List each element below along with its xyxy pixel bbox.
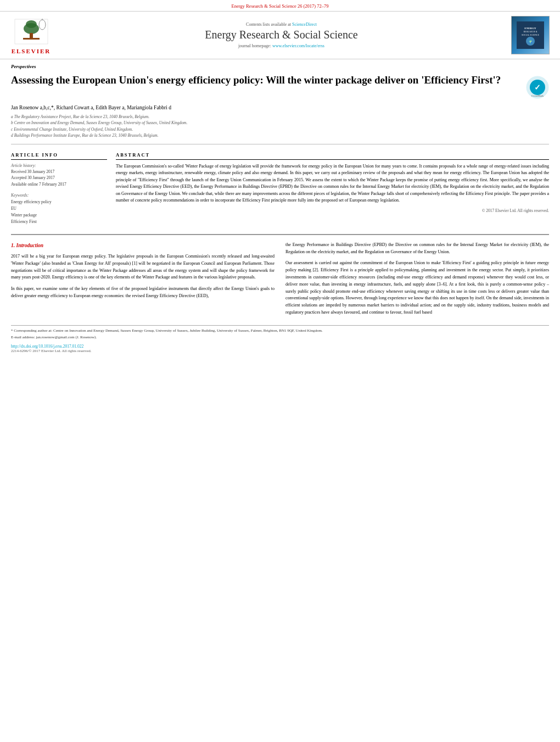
article-divider (11, 144, 549, 144)
affiliation-4: d Buildings Performance Institute Europe… (11, 132, 549, 138)
affiliation-1: a The Regulatory Assistance Project, Rue… (11, 114, 549, 120)
abstract-header: ABSTRACT (116, 152, 549, 160)
authors-text: Jan Rosenow a,b,c,*, Richard Cowart a, E… (11, 105, 171, 110)
footnote-1: * Corresponding author at: Centre on Inn… (11, 328, 549, 334)
affiliation-2: b Centre on Innovation and Energy Demand… (11, 120, 549, 126)
journal-center: Contents lists available at ScienceDirec… (60, 22, 503, 48)
abstract-copyright: © 2017 Elsevier Ltd. All rights reserved… (116, 208, 549, 213)
body-right-para-2: Our assessment is carried out against th… (285, 260, 549, 316)
article-info-col: ARTICLE INFO Article history: Received 3… (11, 152, 107, 225)
affiliation-3: c Environmental Change Institute, Univer… (11, 126, 549, 132)
keywords-section: Keywords: Energy efficiency policy EU Wi… (11, 193, 107, 225)
body-left-col: 1. Introduction 2017 will be a big year … (11, 242, 275, 321)
section1-heading: 1. Introduction (11, 242, 275, 250)
keyword-3: Winter package (11, 212, 107, 219)
homepage-link[interactable]: www.elsevier.com/locate/erss (272, 43, 324, 48)
journal-header: ELSEVIER Contents lists available at Sci… (0, 11, 560, 59)
contents-line: Contents lists available at ScienceDirec… (60, 22, 503, 27)
keywords-label: Keywords: (11, 193, 107, 198)
abstract-col: ABSTRACT The European Commission's so-ca… (116, 152, 549, 225)
elsevier-tree-icon (12, 16, 51, 47)
authors-line: Jan Rosenow a,b,c,*, Richard Cowart a, E… (0, 102, 560, 111)
history-label: Article history: (11, 163, 107, 168)
body-two-col: 1. Introduction 2017 will be a big year … (0, 237, 560, 325)
article-title-block: Assessing the European Union's energy ef… (0, 71, 560, 102)
journal-logo-box: ENERGY RESEARCH & SOCIAL SCIENCE 🌍 (511, 16, 550, 54)
doi-link[interactable]: http://dx.doi.org/10.1016/j.erss.2017.01… (11, 344, 549, 349)
body-left-para-1: 2017 will be a big year for European ene… (11, 253, 275, 281)
svg-text:🌍: 🌍 (529, 40, 533, 44)
svg-rect-4 (23, 38, 40, 40)
crossmark-icon: ✓ CrossMark (526, 76, 549, 99)
svg-text:CrossMark: CrossMark (531, 94, 544, 97)
keyword-4: Efficiency First (11, 219, 107, 225)
keyword-2: EU (11, 205, 107, 212)
keyword-1: Energy efficiency policy (11, 199, 107, 205)
two-col-info-abstract: ARTICLE INFO Article history: Received 3… (0, 148, 560, 230)
sciencedirect-link[interactable]: ScienceDirect (292, 22, 317, 27)
section-label: Perspectives (0, 59, 560, 71)
erss-logo-icon: ENERGY RESEARCH & SOCIAL SCIENCE 🌍 (517, 21, 544, 49)
footnote-section: * Corresponding author at: Centre on Inn… (11, 325, 549, 341)
bottom-copyright: 2214-6296/© 2017 Elsevier Ltd. All right… (11, 349, 549, 353)
footnote-2: E-mail address: jan.rosenow@gmail.com (J… (11, 334, 549, 341)
history-line-3: Available online 7 February 2017 (11, 181, 107, 187)
page-wrapper: Energy Research & Social Science 26 (201… (0, 0, 560, 358)
affiliations: a The Regulatory Assistance Project, Rue… (0, 111, 560, 141)
history-line-1: Received 30 January 2017 (11, 169, 107, 175)
svg-text:ENERGY: ENERGY (524, 27, 536, 30)
elsevier-logo: ELSEVIER (8, 16, 54, 54)
journal-title-header: Energy Research & Social Science (60, 29, 503, 41)
main-divider (11, 234, 549, 235)
journal-ref-text: Energy Research & Social Science 26 (201… (231, 3, 328, 9)
body-right-para-1: the Energy Performance in Buildings Dire… (285, 242, 549, 256)
body-right-col: the Energy Performance in Buildings Dire… (285, 242, 549, 321)
svg-text:SOCIAL SCIENCE: SOCIAL SCIENCE (522, 34, 540, 36)
svg-text:RESEARCH &: RESEARCH & (523, 30, 537, 33)
homepage-line: journal homepage: www.elsevier.com/locat… (60, 43, 503, 48)
history-line-2: Accepted 30 January 2017 (11, 175, 107, 181)
svg-point-2 (26, 20, 37, 28)
bottom-footer: http://dx.doi.org/10.1016/j.erss.2017.01… (0, 342, 560, 358)
article-title: Assessing the European Union's energy ef… (11, 74, 520, 87)
abstract-text: The European Commission's so-called 'Win… (116, 163, 549, 204)
svg-text:✓: ✓ (534, 83, 541, 92)
body-left-para-2: In this paper, we examine some of the ke… (11, 286, 275, 300)
journal-logo-right: ENERGY RESEARCH & SOCIAL SCIENCE 🌍 (508, 16, 552, 54)
elsevier-label: ELSEVIER (12, 48, 51, 54)
article-history-section: Article history: Received 30 January 201… (11, 163, 107, 187)
article-info-header: ARTICLE INFO (11, 152, 107, 160)
top-journal-ref: Energy Research & Social Science 26 (201… (0, 0, 560, 11)
